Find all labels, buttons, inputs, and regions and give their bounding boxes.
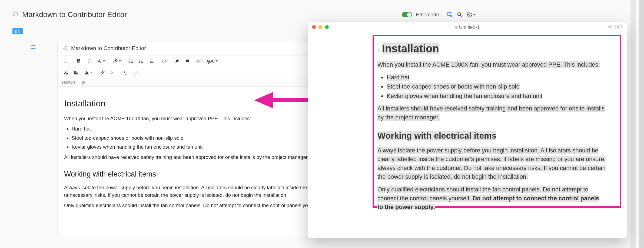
divider [72, 58, 72, 65]
search-icon[interactable] [457, 12, 463, 18]
text-run-bold: Do not attempt to connect the control pa… [473, 195, 599, 202]
text-run: Working with electrical items [377, 131, 496, 141]
maximize-window-button[interactable] [325, 25, 329, 29]
divider [158, 58, 158, 65]
md-paragraph: Always isolate the power supply before y… [377, 146, 615, 181]
text-run: When you install the ACME 1000X fan, you… [377, 61, 600, 68]
feather-icon [63, 46, 68, 51]
highlight-button[interactable] [172, 56, 182, 67]
word-count: W 143 [608, 24, 622, 30]
text-run: Only qualified electricians should insta… [64, 203, 323, 208]
close-window-button[interactable] [312, 25, 316, 29]
ordered-list-button[interactable]: 123 [126, 56, 136, 67]
text-run: Always isolate the power supply before y… [377, 147, 598, 154]
insert-image-button[interactable] [61, 67, 71, 78]
breadcrumb-item[interactable]: p [82, 80, 85, 84]
divider [119, 69, 119, 76]
text-run: always check with the customer. Do not t… [377, 165, 606, 171]
unordered-list-button[interactable] [136, 56, 147, 67]
md-paragraph: When you install the ACME 1000X fan, you… [377, 60, 615, 69]
divider [443, 11, 443, 18]
list-item: Kevlar gloves when handling the fan encl… [387, 92, 615, 101]
traffic-lights [312, 25, 329, 29]
heading-button[interactable]: H [61, 56, 71, 67]
md-paragraph: All installers should have received safe… [377, 104, 615, 122]
spellcheck-menu[interactable]: ABC✔ [205, 56, 219, 67]
gear-icon [466, 12, 472, 18]
breadcrumb-item[interactable]: section [61, 80, 75, 84]
comment-button[interactable] [182, 56, 192, 67]
text-run: risks. If you cannot be certain the powe… [93, 192, 288, 198]
window-title-text: Untitled-1 [459, 25, 480, 30]
svg-point-7 [140, 61, 140, 61]
link-menu[interactable] [110, 56, 124, 67]
text-run: unnecessary [64, 192, 92, 198]
minimize-window-button[interactable] [318, 25, 322, 29]
svg-point-8 [140, 62, 140, 63]
markdown-window: ●Untitled-1 W 143 #Installation When you… [308, 22, 627, 238]
bold-button[interactable]: B [74, 56, 84, 67]
edit-mode-label: Edit mode [416, 12, 439, 18]
chevron-right-icon: › [78, 80, 79, 84]
divider [171, 58, 171, 65]
markdown-hash-icon: # [377, 47, 381, 54]
app-header: Markdown to Contributor Editor Edit mode [3, 0, 485, 24]
svg-rect-13 [87, 73, 87, 74]
divider [109, 58, 109, 65]
edit-mode-toggle[interactable] [402, 12, 412, 17]
settings-menu[interactable] [466, 12, 476, 18]
terminal-button[interactable] [108, 67, 118, 78]
text-run-bold: to the power supply [377, 204, 434, 210]
sidebar-toggle[interactable] [30, 44, 36, 52]
modified-indicator-icon: ● [454, 24, 458, 30]
md-paragraph: Only qualified electricians should insta… [377, 185, 615, 212]
text-run: clearly labelled inside the customer's p… [377, 156, 606, 162]
text-caret [93, 193, 93, 198]
insert-alert-menu[interactable] [81, 67, 95, 78]
text-run: . [434, 204, 435, 210]
eraser-button[interactable] [97, 67, 108, 78]
text-run: the power supply is isolated, do not beg… [377, 173, 528, 180]
italic-button[interactable]: I [84, 56, 94, 67]
svg-point-6 [140, 60, 140, 60]
svg-point-2 [469, 14, 470, 15]
divider [96, 69, 96, 76]
editor-card-title: Markdown to Contributor Editor [71, 45, 146, 51]
list-item: Hard hat [387, 73, 615, 82]
window-titlebar: ●Untitled-1 W 143 [308, 22, 627, 32]
text-run: Hard hat [387, 74, 409, 81]
divider [194, 58, 194, 65]
page-title: Markdown to Contributor Editor [22, 10, 127, 19]
header-actions: Edit mode [402, 11, 476, 18]
chevron-down-icon [473, 14, 476, 15]
scroll-gutter [630, 0, 636, 248]
text-run: Steel toe-capped shoes or boots with non… [387, 83, 520, 90]
text-run: All installers should have received safe… [377, 105, 605, 112]
text-run: connect the control panels yourself. [377, 195, 473, 202]
redo-button[interactable] [131, 67, 141, 78]
md-heading-2: Working with electrical items [377, 129, 615, 142]
svg-rect-9 [64, 71, 68, 74]
md-heading-1: #Installation [377, 41, 615, 57]
svg-rect-12 [87, 72, 87, 73]
text-run: Only qualified electricians should insta… [377, 186, 588, 193]
text-run: Installation [382, 43, 439, 54]
feather-icon [12, 12, 18, 18]
code-button[interactable] [159, 56, 170, 67]
language-badge[interactable]: EN [12, 28, 23, 34]
svg-rect-11 [74, 71, 78, 74]
pointer-select-icon[interactable] [447, 12, 453, 18]
indent-button[interactable] [147, 56, 157, 67]
markdown-body[interactable]: #Installation When you install the ACME … [377, 41, 615, 216]
scroll-gutter-outer [639, 0, 644, 248]
window-title: ●Untitled-1 [308, 24, 627, 30]
svg-point-1 [458, 13, 461, 16]
divider [125, 58, 125, 65]
text-run: by the project manager. [377, 114, 440, 121]
insert-table-button[interactable] [71, 67, 81, 78]
track-changes-toggle[interactable] [195, 56, 205, 67]
md-list: Hard hat Steel toe-capped shoes or boots… [387, 73, 615, 101]
text-style-menu[interactable] [94, 56, 108, 67]
svg-text:3: 3 [129, 61, 130, 63]
undo-button[interactable] [120, 67, 131, 78]
